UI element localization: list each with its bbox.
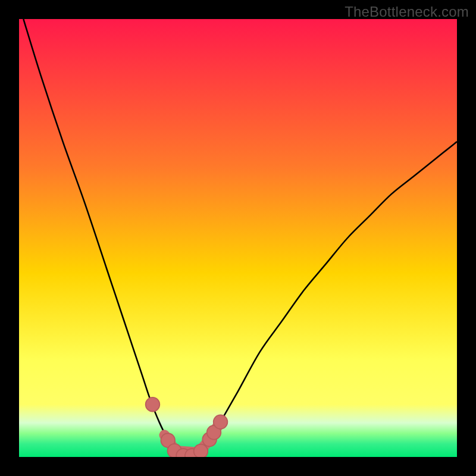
chart-frame: TheBottleneck.com (0, 0, 476, 476)
marker-point (146, 397, 160, 412)
plot-area (19, 19, 457, 457)
marker-point (214, 415, 228, 429)
bottleneck-chart (19, 19, 457, 457)
marker-point (194, 444, 208, 457)
watermark-text: TheBottleneck.com (345, 4, 469, 20)
